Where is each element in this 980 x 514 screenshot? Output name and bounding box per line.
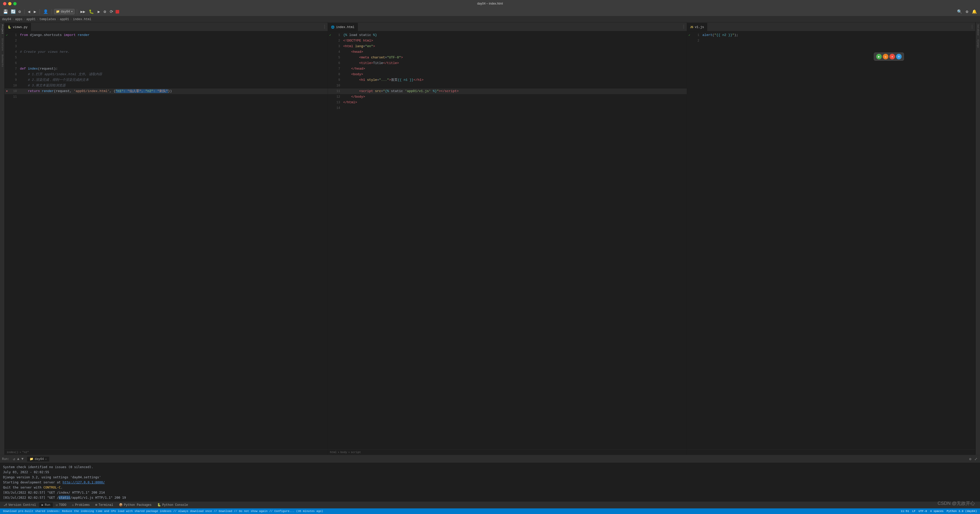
folder-icon: 📁 bbox=[56, 10, 60, 14]
run-settings-btn[interactable]: ⚙ bbox=[969, 456, 972, 462]
tab-options-v1[interactable]: ⋮ bbox=[970, 24, 974, 29]
run-with-coverage[interactable]: ▶▶ bbox=[80, 9, 86, 15]
sidebar-database-icon[interactable]: Database bbox=[976, 24, 980, 36]
breakpoint-icon[interactable]: ● bbox=[6, 89, 8, 94]
project-dropdown[interactable]: 📁 day04 ▾ bbox=[54, 9, 75, 14]
js-icon: JS bbox=[690, 26, 693, 29]
user-icon[interactable]: 👤 bbox=[42, 9, 49, 15]
gutter-11: ● bbox=[5, 89, 9, 94]
breadcrumb-day04[interactable]: day04 bbox=[2, 17, 11, 21]
tab-v1-js[interactable]: JS v1.js bbox=[687, 23, 707, 31]
breadcrumb-apps[interactable]: apps bbox=[15, 17, 22, 21]
debug-button[interactable]: 🐛 bbox=[88, 9, 95, 15]
sidebar-structure-icon[interactable]: Structure bbox=[0, 37, 4, 52]
run-button[interactable]: ▶ bbox=[97, 9, 101, 15]
code-area-index[interactable]: ✓ 1 {% load static %} 2 <!DOCTYPE html> … bbox=[328, 31, 687, 449]
idx-line-3: 3 <html lang="en"> bbox=[328, 44, 687, 49]
tab-todo[interactable]: ☑ TODO bbox=[53, 503, 69, 508]
tab-python-console[interactable]: 🐍 Python Console bbox=[155, 503, 191, 508]
run-scroll-up[interactable]: ▲ bbox=[17, 456, 20, 462]
toolbar-icon-3[interactable]: ⚙ bbox=[18, 9, 22, 15]
tab-run[interactable]: ▶ Run bbox=[39, 503, 53, 508]
idx-content-7: </head> bbox=[343, 66, 687, 71]
back-button[interactable]: ◀ bbox=[27, 9, 32, 15]
sidebar-django-icon[interactable]: Django bbox=[976, 38, 980, 49]
editor-views-py: 🐍 views.py ⋮ ✓ 1 from django.shortcuts i… bbox=[5, 22, 328, 455]
run-tab-bar: Run: ↺ ▲ ▼ 📁 day04 ✕ ⚙ ⤢ bbox=[0, 455, 980, 463]
tab-index-html[interactable]: 🌐 index.html bbox=[328, 23, 358, 31]
linenum-12: 11 bbox=[9, 94, 20, 100]
breadcrumb-app01-2[interactable]: app01 bbox=[60, 17, 69, 21]
forward-button[interactable]: ▶ bbox=[33, 9, 37, 15]
minimize-button[interactable] bbox=[8, 2, 11, 5]
status-script: script bbox=[351, 451, 361, 454]
run-expand-btn[interactable]: ⤢ bbox=[974, 456, 978, 462]
left-sidebar: Project Structure Bookmarks bbox=[0, 22, 5, 455]
linenum-6: 6 bbox=[9, 60, 20, 66]
idx-line-1: ✓ 1 {% load static %} bbox=[328, 32, 687, 38]
v1-line-2: 2 bbox=[687, 38, 975, 44]
tab-version-control[interactable]: ⎇ Version Control bbox=[1, 503, 38, 508]
idx-line-4: 4 <head> bbox=[328, 49, 687, 55]
window-controls bbox=[3, 2, 17, 5]
tab-python-packages[interactable]: 📦 Python Packages bbox=[116, 503, 154, 508]
tab-views-py[interactable]: 🐍 views.py bbox=[5, 23, 31, 31]
stop-button[interactable] bbox=[116, 10, 119, 14]
toolbar-more-2[interactable]: ⟳ bbox=[109, 9, 114, 15]
tab-terminal[interactable]: ⊞ Terminal bbox=[93, 503, 116, 508]
debug-btn-red[interactable]: ✕ bbox=[889, 54, 895, 59]
output-line-3: Django version 3.2, using settings 'day0… bbox=[3, 475, 977, 480]
breadcrumb-sep-3: › bbox=[37, 17, 38, 21]
code-area-views[interactable]: ✓ 1 from django.shortcuts import render … bbox=[5, 31, 328, 449]
idx-linenum-8: 8 bbox=[332, 71, 343, 77]
close-button[interactable] bbox=[3, 2, 6, 5]
debug-btn-green[interactable]: ▶ bbox=[876, 54, 882, 59]
breadcrumb-app01-1[interactable]: app01 bbox=[26, 17, 35, 21]
toolbar-left-icons: 💾 🔄 ⚙ bbox=[2, 9, 22, 15]
idx-gutter-1: ✓ bbox=[328, 32, 332, 38]
save-all-button[interactable]: 💾 bbox=[2, 9, 9, 15]
search-button[interactable]: 🔍 bbox=[956, 9, 963, 15]
window-title: day04 – index.html bbox=[477, 2, 503, 5]
run-icon: ▶ bbox=[41, 503, 43, 507]
idx-content-2: <!DOCTYPE html> bbox=[343, 38, 687, 44]
idx-linenum-4: 4 bbox=[332, 49, 343, 55]
settings-button[interactable]: ⚙ bbox=[965, 9, 969, 15]
sync-button[interactable]: 🔄 bbox=[10, 9, 17, 15]
idx-content-13: </html> bbox=[343, 100, 687, 105]
idx-line-8: 8 <body> bbox=[328, 71, 687, 77]
tab-bar-index: 🌐 index.html ⋮ bbox=[328, 22, 687, 31]
run-tab-close[interactable]: ✕ bbox=[45, 458, 47, 461]
linecontent-8: # 1.打开 app01/index.html 文件, 读取内容 bbox=[20, 71, 328, 77]
status-message: Download pre-built shared indexes: Reduc… bbox=[3, 510, 323, 513]
tab-options-index[interactable]: ⋮ bbox=[682, 24, 686, 29]
tab-problems[interactable]: ⚠ Problems bbox=[69, 503, 92, 508]
run-scroll-down[interactable]: ▼ bbox=[21, 456, 24, 462]
idx-linenum-9: 9 bbox=[332, 77, 343, 83]
tab-options-views[interactable]: ⋮ bbox=[323, 24, 327, 29]
debug-btn-blue[interactable]: ⊙ bbox=[896, 54, 902, 59]
static-highlight: static bbox=[59, 496, 70, 500]
run-restart-btn[interactable]: ↺ bbox=[13, 456, 16, 462]
status-right: 11:51 LF UTF-8 4 spaces Python 3.9 (day0… bbox=[900, 510, 977, 513]
server-link[interactable]: http://127.0.0.1:8000/ bbox=[62, 480, 105, 484]
linecontent-11: return render(request, 'app01/index.html… bbox=[20, 89, 328, 94]
breadcrumb-index-html[interactable]: index.html bbox=[73, 17, 91, 21]
update-button[interactable]: 🔔 bbox=[971, 9, 978, 15]
run-tab-day04[interactable]: 📁 day04 ✕ bbox=[27, 457, 49, 462]
toolbar-more-1[interactable]: ⚙ bbox=[103, 9, 107, 15]
debug-btn-orange[interactable]: ↻ bbox=[883, 54, 888, 59]
idx-linenum-1: 1 bbox=[332, 32, 343, 38]
sidebar-bookmarks-icon[interactable]: Bookmarks bbox=[0, 54, 4, 68]
todo-icon: ☑ bbox=[56, 503, 58, 507]
code-line-3: 3 bbox=[5, 44, 328, 49]
sidebar-project-icon[interactable]: Project bbox=[0, 24, 4, 35]
code-line-1: ✓ 1 from django.shortcuts import render bbox=[5, 32, 328, 38]
bottom-panel: Run: ↺ ▲ ▼ 📁 day04 ✕ ⚙ ⤢ System check id… bbox=[0, 455, 980, 508]
idx-linenum-11: 11 bbox=[332, 89, 343, 94]
linenum-7: 7 bbox=[9, 66, 20, 71]
maximize-button[interactable] bbox=[13, 2, 17, 5]
terminal-output[interactable]: System check identified no issues (0 sil… bbox=[0, 463, 980, 501]
code-area-v1[interactable]: ✓ 1 alert("{{ n2 }}"); 2 bbox=[687, 31, 975, 449]
breadcrumb-templates[interactable]: templates bbox=[39, 17, 56, 21]
